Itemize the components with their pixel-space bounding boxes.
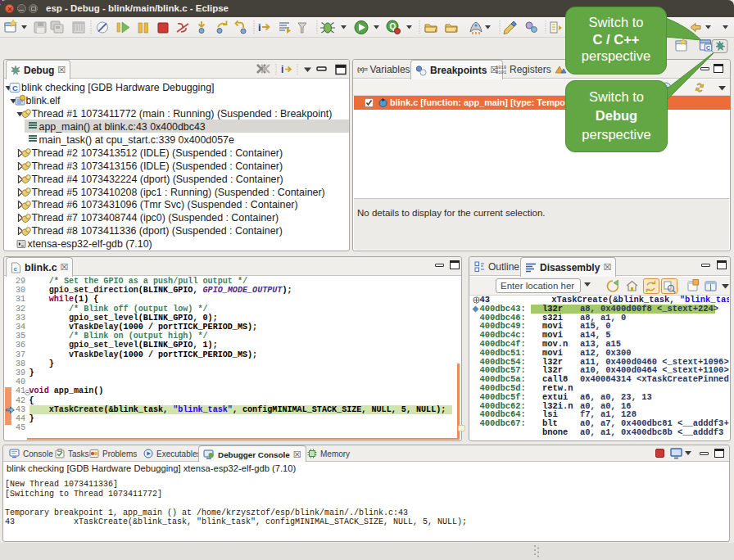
svg-text:c: c (14, 265, 18, 273)
svg-text:0101: 0101 (496, 70, 506, 75)
svg-text:i: i (258, 21, 261, 34)
svg-text:C: C (12, 84, 18, 93)
svg-text:C: C (706, 45, 710, 51)
svg-text:i: i (281, 64, 283, 75)
